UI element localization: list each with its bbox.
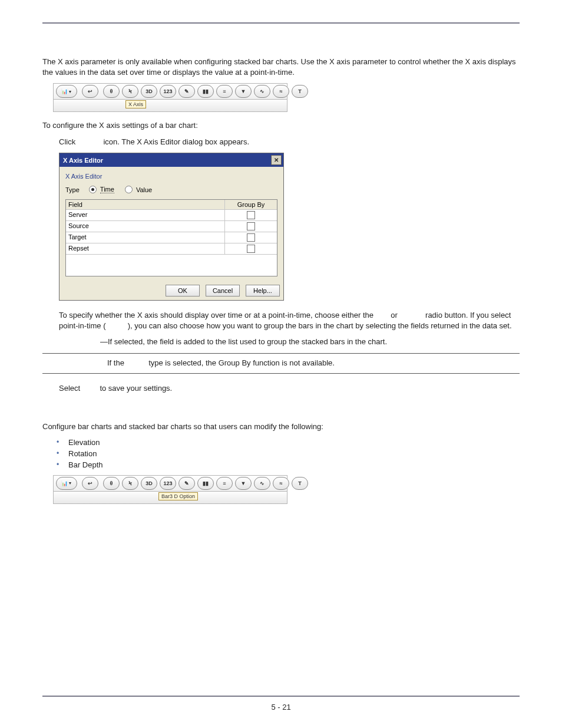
toolbar-hint-xaxis: X Axis [125, 100, 146, 108]
ok-button[interactable]: OK [166, 285, 200, 297]
bullet-elevation: Elevation [59, 438, 520, 447]
chart-type-dropdown-icon-2[interactable]: 📊▼ [56, 477, 77, 490]
checkbox-target[interactable] [247, 233, 255, 242]
grid-field-cell: Server [66, 210, 225, 220]
radio-value-label: Value [136, 186, 152, 193]
click-line: Click icon. The X Axis Editor dialog box… [59, 137, 520, 147]
close-icon[interactable]: ✕ [271, 155, 282, 165]
toolbar-arrow-icon[interactable]: ↩ [82, 85, 98, 98]
select-a: Select [59, 384, 80, 393]
toolbar2-T-icon[interactable]: T [292, 477, 308, 490]
toolbar-list-icon[interactable]: ≡ [216, 85, 233, 98]
dialog-xaxis-editor: X Axis Editor ✕ X Axis Editor Type Time … [59, 153, 284, 301]
toolbar2-dashes-icon[interactable]: ≈ [273, 477, 289, 490]
toolbar2-xaxis-icon[interactable]: Ϟ [122, 477, 138, 490]
top-rule [42, 22, 520, 24]
footer-rule [42, 696, 520, 697]
toolbar2-funnel-icon[interactable]: ▼ [235, 477, 252, 490]
grid-row: Target [66, 232, 277, 243]
bar-intro: Configure bar charts and stacked bar cha… [42, 421, 520, 432]
radio-time[interactable] [89, 186, 97, 193]
radio-time-label: Time [100, 186, 114, 193]
radio-value[interactable] [125, 186, 133, 193]
field-grid: Field Group By Server Source Target Reps… [65, 199, 277, 276]
toolbar-hint-band: X Axis [53, 99, 287, 112]
help-button[interactable]: Help... [246, 285, 280, 297]
cancel-button[interactable]: Cancel [206, 285, 240, 297]
bar-bullets: Elevation Rotation Bar Depth [42, 438, 520, 469]
type-label: Type [65, 186, 80, 193]
toolbar-funnel-icon[interactable]: ▼ [235, 85, 252, 98]
toolbar-T-icon[interactable]: T [292, 85, 308, 98]
checkbox-server[interactable] [247, 211, 255, 219]
toolbar2-arrow-icon[interactable]: ↩ [82, 477, 98, 490]
note-b: type is selected, the Group By function … [148, 358, 335, 367]
header-field: Field [66, 200, 225, 209]
toolbar2-hint-bar3d: Bar3 D Option [158, 492, 198, 500]
toolbar2-123-icon[interactable]: 123 [160, 477, 176, 490]
dialog-title: X Axis Editor [63, 157, 103, 164]
note-box: If the type is selected, the Group By fu… [42, 353, 520, 374]
dialog-subtitle: X Axis Editor [65, 173, 277, 180]
toolbar2-list-icon[interactable]: ≡ [216, 477, 233, 490]
type-line: Type Time Value [65, 186, 277, 193]
toolbar2-3d-icon[interactable]: 3D [141, 477, 157, 490]
toolbar-theta-icon[interactable]: θ [103, 85, 120, 98]
select-line: Select to save your settings. [59, 383, 520, 394]
grid-row: Repset [66, 243, 277, 254]
toolbar-xaxis-icon[interactable]: Ϟ [122, 85, 138, 98]
toolbar2-theta-icon[interactable]: θ [103, 477, 120, 490]
grid-blank-area [66, 254, 277, 276]
bullet-bar-depth: Bar Depth [59, 460, 520, 469]
toolbar2-squiggle-icon[interactable]: ∿ [254, 477, 270, 490]
toolbar-squiggle-icon[interactable]: ∿ [254, 85, 270, 98]
page-footer: 5 - 21 [0, 696, 562, 711]
toolbar-figure-2: 📊▼ ↩ θ Ϟ 3D 123 ✎ ▮▮ ≡ ▼ ∿ ≈ T Bar3 D Op… [53, 475, 287, 504]
intro-paragraph: The X axis parameter is only available w… [42, 57, 520, 77]
grid-header: Field Group By [66, 200, 277, 209]
toolbar-row: 📊▼ ↩ θ Ϟ 3D 123 ✎ ▮▮ ≡ ▼ ∿ ≈ T [53, 83, 287, 99]
click-line-a: Click [59, 137, 75, 146]
toolbar-wand-icon[interactable]: ✎ [178, 85, 195, 98]
grid-field-cell: Target [66, 232, 225, 243]
toolbar2-hint-band: Bar3 D Option [53, 491, 287, 504]
bullet-rotation: Rotation [59, 449, 520, 458]
checkbox-source[interactable] [247, 222, 255, 230]
grid-field-cell: Source [66, 221, 225, 232]
dialog-buttons: OK Cancel Help... [59, 280, 283, 300]
chart-type-dropdown-icon[interactable]: 📊▼ [56, 85, 77, 98]
toolbar-figure-1: 📊▼ ↩ θ Ϟ 3D 123 ✎ ▮▮ ≡ ▼ ∿ ≈ T X Axis [53, 83, 287, 112]
toolbar-123-icon[interactable]: 123 [160, 85, 176, 98]
tv-b: or [391, 311, 398, 319]
toolbar-dashes-icon[interactable]: ≈ [273, 85, 289, 98]
group-by-line: —If selected, the field is added to the … [100, 337, 520, 347]
header-group: Group By [225, 200, 277, 209]
tv-d: ), you can also choose how you want to g… [128, 321, 512, 330]
note-a: If the [107, 358, 124, 367]
toolbar2-bars-icon[interactable]: ▮▮ [197, 477, 214, 490]
checkbox-repset[interactable] [247, 245, 255, 253]
page-number: 5 - 21 [271, 703, 290, 711]
grid-field-cell: Repset [66, 243, 225, 254]
tv-a: To specify whether the X axis should dis… [59, 311, 373, 319]
click-line-b: icon. The X Axis Editor dialog box appea… [103, 137, 249, 146]
toolbar-row-2: 📊▼ ↩ θ Ϟ 3D 123 ✎ ▮▮ ≡ ▼ ∿ ≈ T [53, 475, 287, 491]
grid-row: Server [66, 209, 277, 220]
grid-row: Source [66, 220, 277, 232]
select-b: to save your settings. [100, 384, 172, 393]
dialog-titlebar: X Axis Editor ✕ [59, 153, 283, 167]
time-value-paragraph: To specify whether the X axis should dis… [59, 310, 520, 347]
configure-line: To configure the X axis settings of a ba… [42, 120, 520, 131]
toolbar2-wand-icon[interactable]: ✎ [178, 477, 195, 490]
toolbar-bars-icon[interactable]: ▮▮ [197, 85, 214, 98]
toolbar-3d-icon[interactable]: 3D [141, 85, 157, 98]
